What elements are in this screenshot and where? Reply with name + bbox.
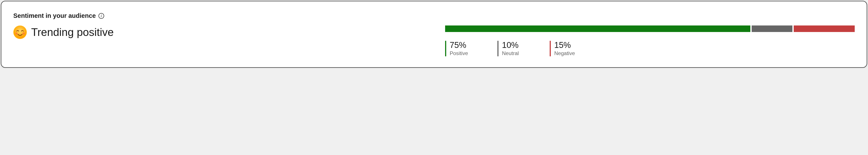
legend-value-negative: 15%: [554, 41, 575, 50]
legend-content-positive: 75% Positive: [450, 41, 468, 56]
legend-content-negative: 15% Negative: [554, 41, 575, 56]
legend-item-positive: 75% Positive: [445, 41, 482, 56]
trend-summary: Trending positive: [13, 26, 114, 39]
legend-item-neutral: 10% Neutral: [497, 41, 534, 56]
legend-bar-neutral: [497, 41, 498, 56]
legend-item-negative: 15% Negative: [550, 41, 587, 56]
legend-content-neutral: 10% Neutral: [502, 41, 519, 56]
bar-segment-neutral: [752, 26, 793, 32]
legend-label-neutral: Neutral: [502, 50, 519, 56]
card-content: Trending positive 75% Positive: [13, 26, 855, 56]
sentiment-legend: 75% Positive 10% Neutral 15% Negative: [445, 41, 855, 56]
legend-value-positive: 75%: [450, 41, 468, 50]
svg-point-1: [16, 32, 18, 35]
card-title: Sentiment in your audience: [13, 12, 96, 20]
info-icon[interactable]: [98, 13, 104, 19]
legend-value-neutral: 10%: [502, 41, 519, 50]
bar-segment-negative: [794, 26, 855, 32]
trend-text: Trending positive: [31, 26, 114, 38]
legend-label-positive: Positive: [450, 50, 468, 56]
bar-segment-positive: [445, 26, 750, 32]
sentiment-card: Sentiment in your audience: [1, 1, 867, 68]
smiling-face-icon: [13, 26, 27, 39]
svg-point-2: [23, 32, 25, 35]
svg-point-0: [14, 26, 26, 38]
legend-label-negative: Negative: [554, 50, 575, 56]
legend-bar-positive: [445, 41, 446, 56]
sentiment-breakdown: 75% Positive 10% Neutral 15% Negative: [445, 26, 855, 56]
legend-bar-negative: [550, 41, 551, 56]
sentiment-bar: [445, 26, 855, 32]
card-header: Sentiment in your audience: [13, 12, 855, 20]
